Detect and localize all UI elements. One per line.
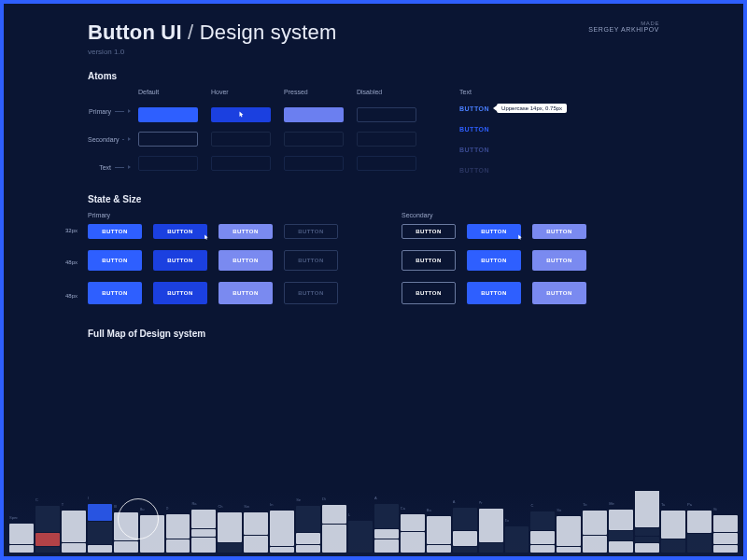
atoms-title: Atoms [88,71,659,81]
text-button-1[interactable]: BUTTON [459,105,489,112]
atom-primary-pressed[interactable] [284,107,344,122]
col-default: Default [138,89,198,98]
secondary-column: Secondary BUTTON BUTTON BUTTON BUTTON BU… [402,212,659,304]
atom-secondary-disabled [357,132,416,147]
page-title: Button UI / Design system [88,21,337,45]
size-48a: 48px [65,259,78,265]
atom-secondary-hover[interactable] [211,132,271,147]
btn-pri-48b-pressed[interactable]: BUTTON [218,282,273,304]
primary-sublabel: Primary [88,212,345,218]
col-pressed: Pressed [284,89,344,98]
row-label-secondary: Secondary [88,132,131,147]
btn-pri-48-disabled: BUTTON [284,250,338,271]
text-button-4[interactable]: BUTTON [459,167,489,174]
atom-row-labels: Primary Secondary Text [88,104,131,175]
atom-text-pressed[interactable] [284,156,344,171]
atom-secondary-pressed[interactable] [284,132,344,147]
atom-grid: Default Hover Pressed Disabled [138,89,416,171]
btn-sec-48-hover[interactable]: BUTTON [467,250,521,271]
btn-sec-48b-hover[interactable]: BUTTON [467,282,521,304]
atom-secondary-default[interactable] [138,132,198,147]
size-32: 32px [65,228,78,233]
btn-pri-32-hover[interactable]: BUTTON [153,224,207,239]
btn-pri-48-hover[interactable]: BUTTON [153,250,207,271]
credit: MADE SERGEY ARKHIPOV [588,21,659,33]
design-system-map: SpecCTIIllBuDRaChSwInSeDiLACaBaAPrToCSnT… [4,491,743,556]
cursor-icon [237,111,245,119]
col-hover: Hover [211,89,271,98]
size-48b: 48px [65,293,78,299]
btn-pri-32-disabled: BUTTON [284,224,338,239]
text-head: Text [459,89,567,95]
row-label-primary: Primary [88,104,131,119]
secondary-sublabel: Secondary [402,212,659,218]
cursor-icon [203,234,209,241]
btn-sec-32-hover[interactable]: BUTTON [467,224,521,239]
btn-sec-32-default[interactable]: BUTTON [402,224,456,239]
tooltip: Uppercase 14px, 0.75px [497,104,567,113]
btn-pri-48b-disabled: BUTTON [284,282,338,304]
btn-pri-32-pressed[interactable]: BUTTON [218,224,273,239]
text-button-3[interactable]: BUTTON [459,147,489,153]
state-size-section: Primary 32px 48px 48px BUTTON BUTTON BUT… [88,212,659,304]
col-disabled: Disabled [357,89,416,98]
primary-column: Primary 32px 48px 48px BUTTON BUTTON BUT… [88,212,345,304]
atom-text-hover[interactable] [211,156,271,171]
btn-pri-48-default[interactable]: BUTTON [88,250,142,271]
btn-sec-48-pressed[interactable]: BUTTON [532,250,586,271]
version-label: version 1.0 [88,48,337,56]
header: Button UI / Design system version 1.0 MA… [88,21,659,56]
atom-primary-disabled [357,107,416,122]
btn-pri-48-pressed[interactable]: BUTTON [218,250,273,271]
text-buttons-section: Text BUTTON Uppercase 14px, 0.75px BUTTO… [459,89,567,185]
atom-text-disabled [357,156,416,171]
text-button-2[interactable]: BUTTON [459,126,489,133]
state-size-title: State & Size [88,194,659,204]
btn-sec-48b-pressed[interactable]: BUTTON [532,282,586,304]
atom-text-default[interactable] [138,156,198,171]
btn-sec-48b-default[interactable]: BUTTON [402,282,456,304]
btn-sec-32-pressed[interactable]: BUTTON [532,224,586,239]
map-title: Full Map of Design system [88,329,659,339]
btn-sec-48-default[interactable]: BUTTON [402,250,456,271]
cursor-icon [516,234,523,241]
row-label-text: Text [88,160,131,175]
atom-primary-hover[interactable] [211,107,271,122]
atoms-section: Primary Secondary Text Default Hover Pre… [88,89,659,185]
atom-primary-default[interactable] [138,107,198,122]
title-block: Button UI / Design system version 1.0 [88,21,337,56]
btn-pri-48b-hover[interactable]: BUTTON [153,282,207,304]
btn-pri-32-default[interactable]: BUTTON [88,224,142,239]
btn-pri-48b-default[interactable]: BUTTON [88,282,142,304]
